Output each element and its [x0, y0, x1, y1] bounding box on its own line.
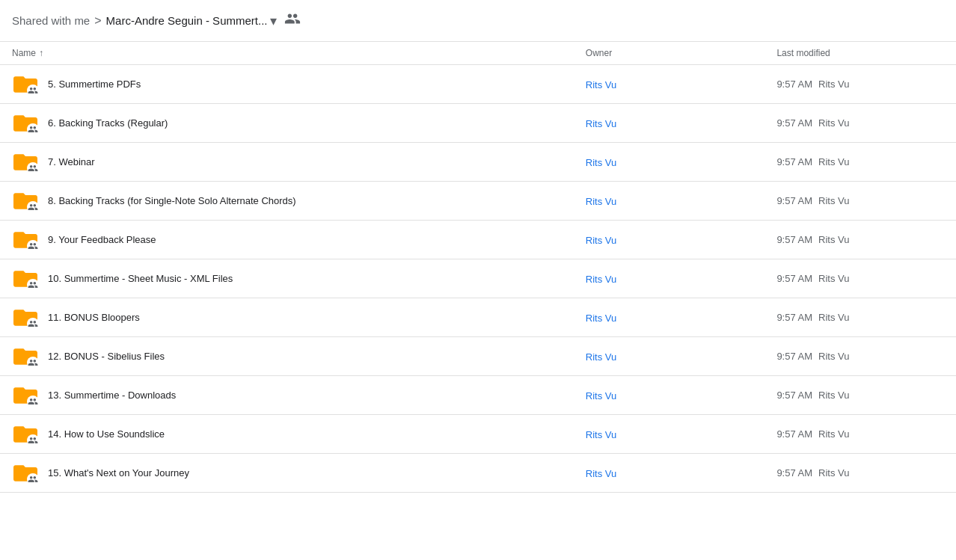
table-row[interactable]: 12. BONUS - Sibelius Files Rits Vu 9:57 …: [0, 337, 956, 376]
folder-icon: [12, 343, 39, 370]
name-cell-content: 6. Backing Tracks (Regular): [12, 110, 562, 137]
owner-cell: Rits Vu: [574, 454, 765, 493]
modified-by: Rits Vu: [818, 234, 849, 245]
table-row[interactable]: 10. Summertime - Sheet Music - XML Files…: [0, 259, 956, 298]
file-name: 7. Webinar: [48, 156, 95, 167]
modified-time: 9:57 AM: [776, 156, 812, 167]
folder-icon: [12, 227, 39, 253]
table-row[interactable]: 9. Your Feedback Please Rits Vu 9:57 AM …: [0, 221, 956, 259]
modified-by: Rits Vu: [818, 79, 849, 90]
name-cell-content: 10. Summertime - Sheet Music - XML Files: [12, 265, 562, 292]
file-name: 10. Summertime - Sheet Music - XML Files: [48, 273, 233, 284]
name-cell-content: 15. What's Next on Your Journey: [12, 460, 562, 487]
folder-icon: [12, 265, 39, 292]
modified-by: Rits Vu: [818, 273, 849, 284]
table-row[interactable]: 13. Summertime - Downloads Rits Vu 9:57 …: [0, 376, 956, 415]
owner-cell: Rits Vu: [574, 143, 765, 182]
modified-time: 9:57 AM: [776, 273, 812, 284]
modified-by: Rits Vu: [818, 390, 849, 401]
file-name: 8. Backing Tracks (for Single-Note Solo …: [48, 195, 296, 206]
modified-time: 9:57 AM: [776, 234, 812, 245]
owner-cell: Rits Vu: [574, 259, 765, 298]
owner-link[interactable]: Rits Vu: [586, 390, 616, 401]
folder-shared-badge: [27, 473, 39, 485]
name-cell-content: 13. Summertime - Downloads: [12, 382, 562, 409]
table-header-row: Name ↑ Owner Last modified: [0, 42, 956, 65]
owner-link[interactable]: Rits Vu: [586, 429, 616, 440]
table-row[interactable]: 15. What's Next on Your Journey Rits Vu …: [0, 454, 956, 493]
table-row[interactable]: 6. Backing Tracks (Regular) Rits Vu 9:57…: [0, 104, 956, 143]
breadcrumb-current: Marc-Andre Seguin - Summert... ▾: [106, 13, 278, 29]
owner-link[interactable]: Rits Vu: [586, 235, 616, 246]
folder-icon: [12, 421, 39, 448]
modified-cell-content: 9:57 AM Rits Vu: [776, 390, 944, 401]
modified-by: Rits Vu: [818, 195, 849, 206]
name-cell-content: 11. BONUS Bloopers: [12, 304, 562, 331]
owner-cell: Rits Vu: [574, 376, 765, 415]
people-icon[interactable]: [284, 10, 301, 31]
file-name: 6. Backing Tracks (Regular): [48, 117, 168, 129]
folder-shared-badge: [27, 84, 39, 96]
owner-link[interactable]: Rits Vu: [586, 313, 616, 324]
table-row[interactable]: 8. Backing Tracks (for Single-Note Solo …: [0, 182, 956, 221]
sort-icon: ↑: [39, 48, 43, 58]
modified-cell-content: 9:57 AM Rits Vu: [776, 79, 944, 90]
folder-icon: [12, 110, 39, 137]
modified-cell-content: 9:57 AM Rits Vu: [776, 467, 944, 479]
modified-cell: 9:57 AM Rits Vu: [765, 415, 956, 454]
folder-shared-badge: [27, 240, 39, 252]
owner-link[interactable]: Rits Vu: [586, 274, 616, 285]
modified-by: Rits Vu: [818, 156, 849, 167]
folder-shared-badge: [27, 434, 39, 446]
table-row[interactable]: 7. Webinar Rits Vu 9:57 AM Rits Vu: [0, 143, 956, 182]
modified-cell: 9:57 AM Rits Vu: [765, 454, 956, 493]
column-owner-header[interactable]: Owner: [574, 42, 765, 65]
file-name: 9. Your Feedback Please: [48, 234, 156, 245]
name-cell: 10. Summertime - Sheet Music - XML Files: [0, 259, 574, 298]
owner-cell: Rits Vu: [574, 415, 765, 454]
name-cell-content: 7. Webinar: [12, 149, 562, 176]
table-row[interactable]: 5. Summertime PDFs Rits Vu 9:57 AM Rits …: [0, 65, 956, 104]
folder-shared-badge: [27, 162, 39, 174]
modified-cell: 9:57 AM Rits Vu: [765, 298, 956, 337]
column-modified-header[interactable]: Last modified: [765, 42, 956, 65]
breadcrumb-current-label: Marc-Andre Seguin - Summert...: [106, 14, 268, 27]
folder-shared-badge: [27, 318, 39, 330]
name-cell: 14. How to Use Soundslice: [0, 415, 574, 454]
owner-cell: Rits Vu: [574, 65, 765, 104]
breadcrumb-separator: >: [94, 14, 101, 28]
file-name: 11. BONUS Bloopers: [48, 312, 140, 323]
name-cell-content: 9. Your Feedback Please: [12, 227, 562, 253]
folder-icon: [12, 304, 39, 331]
folder-shared-badge: [27, 201, 39, 213]
modified-time: 9:57 AM: [776, 351, 812, 362]
modified-time: 9:57 AM: [776, 390, 812, 401]
breadcrumb-parent[interactable]: Shared with me: [12, 14, 90, 27]
folder-shared-badge: [27, 279, 39, 291]
name-cell: 12. BONUS - Sibelius Files: [0, 337, 574, 376]
modified-time: 9:57 AM: [776, 79, 812, 90]
breadcrumb-dropdown-icon[interactable]: ▾: [270, 13, 277, 29]
folder-shared-badge: [27, 396, 39, 407]
owner-link[interactable]: Rits Vu: [586, 157, 616, 168]
table-row[interactable]: 14. How to Use Soundslice Rits Vu 9:57 A…: [0, 415, 956, 454]
owner-link[interactable]: Rits Vu: [586, 196, 616, 207]
column-name-header[interactable]: Name ↑: [0, 42, 574, 65]
folder-icon: [12, 460, 39, 487]
owner-link[interactable]: Rits Vu: [586, 468, 616, 479]
modified-cell: 9:57 AM Rits Vu: [765, 221, 956, 259]
modified-time: 9:57 AM: [776, 428, 812, 440]
owner-cell: Rits Vu: [574, 221, 765, 259]
owner-link[interactable]: Rits Vu: [586, 79, 616, 90]
modified-cell: 9:57 AM Rits Vu: [765, 104, 956, 143]
modified-time: 9:57 AM: [776, 312, 812, 323]
modified-time: 9:57 AM: [776, 195, 812, 206]
table-row[interactable]: 11. BONUS Bloopers Rits Vu 9:57 AM Rits …: [0, 298, 956, 337]
name-cell-content: 5. Summertime PDFs: [12, 71, 562, 98]
owner-link[interactable]: Rits Vu: [586, 118, 616, 129]
owner-cell: Rits Vu: [574, 104, 765, 143]
file-name: 15. What's Next on Your Journey: [48, 467, 189, 479]
owner-link[interactable]: Rits Vu: [586, 351, 616, 363]
modified-cell: 9:57 AM Rits Vu: [765, 376, 956, 415]
modified-by: Rits Vu: [818, 428, 849, 440]
